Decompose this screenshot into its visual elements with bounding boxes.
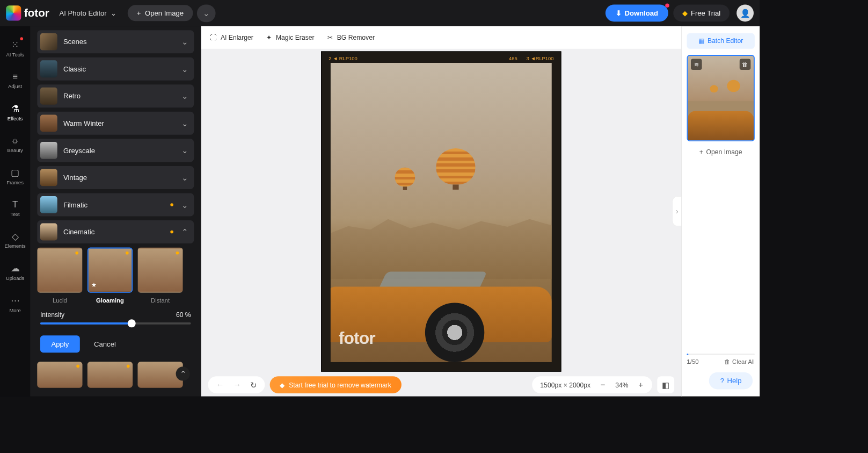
nav-beauty[interactable]: ☼Beauty — [0, 128, 30, 160]
intensity-slider[interactable] — [40, 322, 191, 325]
button-row: Apply Cancel — [40, 335, 191, 353]
category-vintage[interactable]: Vintage⌄ — [37, 166, 194, 189]
expand-right-panel-button[interactable]: › — [672, 196, 681, 226]
trial-banner[interactable]: ◆ Start free trial to remove watermark — [270, 376, 402, 393]
ai-enlarger-button[interactable]: ⛶AI Enlarger — [210, 34, 253, 41]
help-button[interactable]: ?Help — [709, 372, 753, 390]
illustration — [453, 184, 458, 189]
logo-icon — [6, 5, 21, 20]
photo-preview: 2 ◄ RLP100 4653 ◄RLP100 fotor — [321, 51, 561, 371]
effect-gloaming[interactable]: ★Gloaming — [87, 248, 133, 304]
scroll-to-top-button[interactable]: ⌃ — [176, 366, 190, 380]
intensity-value: 60 % — [176, 311, 191, 318]
notification-dot-icon — [665, 4, 669, 8]
nav-adjust[interactable]: ≡Adjust — [0, 64, 30, 96]
category-retro[interactable]: Retro⌄ — [37, 84, 194, 107]
compare-button[interactable]: ◧ — [657, 376, 674, 393]
intensity-label: Intensity — [40, 311, 64, 318]
nav-label: More — [9, 308, 20, 313]
star-icon: ★ — [91, 282, 97, 289]
undo-button[interactable]: ← — [213, 380, 227, 390]
category-warm-winter[interactable]: Warm Winter⌄ — [37, 112, 194, 135]
open-image-link[interactable]: +Open Image — [687, 148, 755, 156]
left-nav: ⁙AI Tools ≡Adjust ⚗Effects ☼Beauty ▢Fram… — [0, 26, 30, 397]
thumbnail: ★ — [87, 248, 133, 293]
free-trial-button[interactable]: ◆ Free Trial — [673, 4, 730, 21]
open-image-more[interactable]: ⌄ — [196, 4, 215, 22]
thumbnail — [40, 60, 57, 77]
cancel-button[interactable]: Cancel — [86, 335, 124, 353]
image-count-progress — [687, 354, 755, 355]
effect-label: Distant — [151, 297, 170, 304]
avatar[interactable]: 👤 — [736, 4, 754, 21]
thumbnail — [40, 88, 57, 105]
effect-thumb[interactable] — [37, 362, 82, 388]
category-label: Cinematic — [57, 228, 171, 236]
chevron-down-icon: ⌄ — [203, 9, 209, 17]
chevron-down-icon: ⌄ — [178, 91, 191, 101]
category-scenes[interactable]: Scenes⌄ — [37, 30, 194, 53]
trash-icon: 🗑 — [742, 61, 748, 68]
category-filmatic[interactable]: Filmatic⌄ — [37, 193, 194, 216]
chevron-down-icon: ⌄ — [111, 9, 116, 17]
cloud-upload-icon: ☁ — [11, 263, 20, 275]
diamond-icon: ◆ — [280, 381, 285, 389]
nav-ai-tools[interactable]: ⁙AI Tools — [0, 32, 30, 64]
film-left: 2 ◄ RLP100 — [329, 55, 357, 61]
slider-handle[interactable] — [128, 319, 136, 327]
chevron-down-icon: ⌄ — [178, 146, 191, 155]
zoom-in-button[interactable]: + — [634, 380, 647, 390]
slider-fill — [40, 322, 130, 325]
clear-all-button[interactable]: 🗑Clear All — [724, 358, 755, 365]
nav-label: Effects — [8, 116, 23, 121]
image-count-row: 1/50 🗑Clear All — [687, 358, 755, 365]
chevron-right-icon: › — [676, 207, 679, 216]
category-label: Vintage — [57, 174, 179, 182]
category-cinematic[interactable]: Cinematic⌃ — [37, 220, 194, 243]
download-button[interactable]: ⬇ Download — [606, 4, 668, 21]
premium-dot-icon — [170, 231, 173, 234]
nav-more[interactable]: ⋯More — [0, 288, 30, 320]
right-panel: ▦Batch Editor ≋ 🗑 +Open Image 1/50 🗑Clea… — [681, 26, 760, 397]
category-classic[interactable]: Classic⌄ — [37, 57, 194, 81]
logo[interactable]: fotor — [6, 5, 49, 20]
delete-button[interactable]: 🗑 — [740, 59, 751, 70]
layers-button[interactable]: ≋ — [691, 59, 702, 70]
thumbnail — [40, 224, 57, 241]
redo-button[interactable]: → — [230, 380, 244, 390]
apply-button[interactable]: Apply — [40, 335, 80, 353]
nav-effects[interactable]: ⚗Effects — [0, 96, 30, 128]
effect-distant[interactable]: Distant — [137, 248, 183, 304]
film-num: 465 — [509, 55, 517, 61]
user-icon: 👤 — [740, 8, 750, 18]
effect-row: Lucid ★Gloaming Distant — [37, 248, 194, 304]
shapes-icon: ◇ — [12, 231, 19, 242]
nav-frames[interactable]: ▢Frames — [0, 160, 30, 192]
zoom-out-button[interactable]: − — [596, 380, 609, 390]
effect-label: Lucid — [53, 297, 67, 304]
reset-button[interactable]: ↻ — [247, 380, 260, 390]
effect-lucid[interactable]: Lucid — [37, 248, 82, 304]
nav-elements[interactable]: ◇Elements — [0, 224, 30, 256]
premium-dot-icon — [127, 365, 130, 368]
effect-thumb[interactable] — [87, 362, 133, 388]
nav-text[interactable]: TText — [0, 192, 30, 224]
canvas[interactable]: 2 ◄ RLP100 4653 ◄RLP100 fotor — [201, 49, 681, 373]
open-image-button[interactable]: + Open Image — [128, 5, 193, 21]
image-thumbnail[interactable]: ≋ 🗑 — [687, 55, 755, 141]
download-label: Download — [624, 9, 658, 17]
nav-label: Text — [10, 211, 19, 217]
editor-dropdown[interactable]: AI Photo Editor ⌄ — [60, 9, 117, 17]
chevron-up-icon: ⌃ — [180, 369, 186, 379]
batch-editor-button[interactable]: ▦Batch Editor — [687, 33, 755, 49]
logo-text: fotor — [24, 6, 49, 19]
photo-content: fotor — [331, 63, 552, 362]
illustration — [436, 148, 475, 184]
zoom-controls: 1500px × 2000px − 34% + — [532, 376, 652, 393]
nav-uploads[interactable]: ☁Uploads — [0, 256, 30, 288]
bg-remover-button[interactable]: ✂BG Remover — [327, 34, 375, 41]
category-greyscale[interactable]: Greyscale⌄ — [37, 139, 194, 162]
premium-dot-icon — [176, 251, 179, 255]
magic-eraser-button[interactable]: ✦Magic Eraser — [266, 34, 314, 41]
open-image-label: Open Image — [706, 148, 742, 156]
